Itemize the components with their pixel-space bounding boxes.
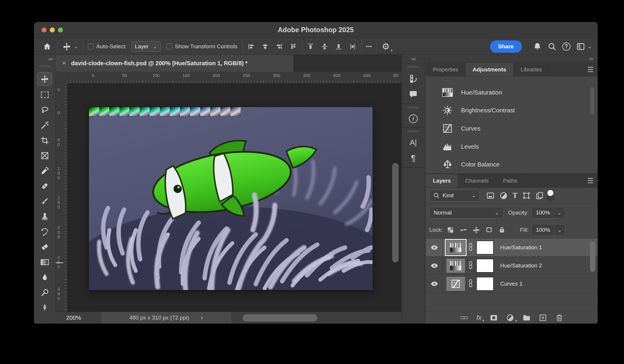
lock-all-icon[interactable] <box>498 226 506 234</box>
document-tab[interactable]: × david-clode-clown-fish.psd @ 200% (Hue… <box>56 55 293 72</box>
opacity-field[interactable]: 100% ⌄ <box>532 207 565 219</box>
dodge-tool[interactable] <box>37 286 52 299</box>
home-icon[interactable] <box>43 42 52 51</box>
show-transform-checkbox[interactable] <box>166 44 172 49</box>
layer-name[interactable]: Curves 1 <box>500 281 522 287</box>
distribute-vertical-center-icon[interactable] <box>321 43 328 50</box>
filter-type-layers-icon[interactable]: T <box>512 191 517 200</box>
visibility-toggle[interactable] <box>426 275 443 293</box>
visibility-toggle[interactable] <box>426 257 443 274</box>
filter-pixel-layers-icon[interactable] <box>486 191 495 200</box>
brush-tool[interactable] <box>37 195 52 208</box>
adjustment-curves[interactable]: Curves <box>442 119 598 138</box>
layer-mask-thumbnail[interactable] <box>476 241 494 255</box>
history-brush-tool[interactable] <box>37 225 52 238</box>
tab-libraries[interactable]: Libraries <box>514 63 549 76</box>
panel-menu-icon[interactable]: ☰ <box>587 63 594 76</box>
layer-name[interactable]: Hue/Saturation 1 <box>500 244 542 251</box>
workspace-icon[interactable] <box>576 42 585 51</box>
auto-select-checkbox[interactable] <box>88 44 94 49</box>
mask-link-icon[interactable] <box>467 261 474 271</box>
layer-row-hue-saturation-1[interactable]: Hue/Saturation 1 <box>426 238 598 257</box>
distribute-top-icon[interactable] <box>307 43 314 50</box>
layer-effects-icon[interactable]: fx▾ <box>476 314 481 322</box>
distribute-horizontal-icon[interactable] <box>349 43 356 50</box>
filter-shape-layers-icon[interactable] <box>522 191 531 200</box>
layer-row-curves-1[interactable]: Curves 1 <box>426 275 598 293</box>
adjustment-color-balance[interactable]: Color Balance <box>442 155 598 174</box>
layer-thumbnail[interactable] <box>446 259 465 273</box>
tab-paths[interactable]: Paths <box>496 174 525 187</box>
tab-channels[interactable]: Channels <box>458 174 496 187</box>
new-adjustment-layer-icon[interactable]: ▾ <box>506 314 514 322</box>
toolbar-expand-icon[interactable]: >> <box>34 55 55 63</box>
frame-tool[interactable] <box>37 149 52 162</box>
toolbar-grip[interactable] <box>34 63 55 69</box>
dock-grip[interactable] <box>408 66 419 68</box>
new-group-icon[interactable] <box>522 314 531 322</box>
move-tool-option-icon[interactable] <box>62 42 71 51</box>
lock-transparency-icon[interactable] <box>447 226 454 234</box>
zoom-level-field[interactable]: 200% <box>56 315 101 321</box>
auto-select-dropdown[interactable]: Layer ⌄ <box>131 41 161 52</box>
paragraph-panel-icon[interactable]: ¶ <box>411 153 416 163</box>
adjustments-scrollbar[interactable] <box>590 87 594 115</box>
layer-thumbnail[interactable] <box>446 241 465 255</box>
healing-brush-tool[interactable] <box>37 179 52 193</box>
marquee-tool[interactable] <box>37 88 52 102</box>
document-info[interactable]: 480 px x 310 px (72 ppi) › <box>101 312 231 324</box>
distribute-bottom-icon[interactable] <box>335 43 342 50</box>
lock-pixels-icon[interactable] <box>458 225 469 236</box>
align-right-icon[interactable] <box>275 43 283 50</box>
info-panel-icon[interactable]: i <box>409 114 418 123</box>
canvas-image[interactable] <box>89 107 373 290</box>
dock-grip[interactable] <box>408 107 419 109</box>
layer-filter-dropdown[interactable]: Kind ⌄ <box>429 190 480 201</box>
clone-stamp-tool[interactable] <box>37 210 52 223</box>
blur-tool[interactable] <box>37 271 52 284</box>
canvas-horizontal-scrollbar[interactable] <box>243 314 317 322</box>
adjustment-brightness-contrast[interactable]: Brightness/Contrast <box>442 102 598 120</box>
chevron-down-icon[interactable]: ⌄ <box>587 44 592 49</box>
layer-row-hue-saturation-2[interactable]: Hue/Saturation 2 <box>426 257 598 275</box>
filter-smart-objects-icon[interactable] <box>535 191 544 200</box>
add-layer-mask-icon[interactable] <box>490 314 498 322</box>
align-top-icon[interactable] <box>289 43 297 50</box>
pasteboard[interactable] <box>67 83 402 312</box>
lock-position-icon[interactable] <box>472 226 480 234</box>
adjustment-levels[interactable]: Levels <box>442 138 598 156</box>
visibility-toggle[interactable] <box>426 238 443 256</box>
layer-thumbnail[interactable] <box>446 277 465 291</box>
notifications-bell-icon[interactable] <box>533 42 542 51</box>
link-layers-icon[interactable] <box>460 314 468 322</box>
eraser-tool[interactable] <box>37 240 52 254</box>
help-icon[interactable]: ? <box>562 42 570 51</box>
mask-link-icon[interactable] <box>467 279 474 289</box>
more-options-icon[interactable]: ••• <box>366 44 372 49</box>
gear-icon[interactable]: ⚙▾ <box>382 42 390 51</box>
chevron-down-icon[interactable]: ⌄ <box>74 44 78 49</box>
panel-collapse-icon[interactable]: >> <box>426 55 598 63</box>
canvas-vertical-scrollbar[interactable] <box>392 163 399 262</box>
mask-link-icon[interactable] <box>467 243 474 253</box>
chevron-right-icon[interactable]: › <box>201 315 203 321</box>
tab-properties[interactable]: Properties <box>426 63 466 76</box>
crop-tool[interactable] <box>37 134 52 147</box>
tab-layers[interactable]: Layers <box>426 174 458 187</box>
pen-tool[interactable] <box>37 301 52 315</box>
history-panel-icon[interactable] <box>408 74 418 84</box>
align-center-horizontal-icon[interactable] <box>261 43 269 50</box>
share-button[interactable]: Share <box>490 40 522 53</box>
panel-menu-icon[interactable]: ☰ <box>587 174 594 187</box>
layer-filter-toggle[interactable] <box>547 189 554 202</box>
tab-adjustments[interactable]: Adjustments <box>466 63 514 76</box>
eyedropper-tool[interactable] <box>37 164 52 178</box>
lasso-tool[interactable] <box>37 103 52 117</box>
filter-adjustment-layers-icon[interactable] <box>499 191 508 200</box>
blend-mode-dropdown[interactable]: Normal ⌄ <box>429 207 503 219</box>
character-panel-icon[interactable]: A| <box>410 138 417 147</box>
align-left-icon[interactable] <box>247 43 255 50</box>
close-tab-icon[interactable]: × <box>62 59 66 67</box>
dock-grip[interactable] <box>408 130 419 132</box>
magic-wand-tool[interactable] <box>37 119 52 132</box>
